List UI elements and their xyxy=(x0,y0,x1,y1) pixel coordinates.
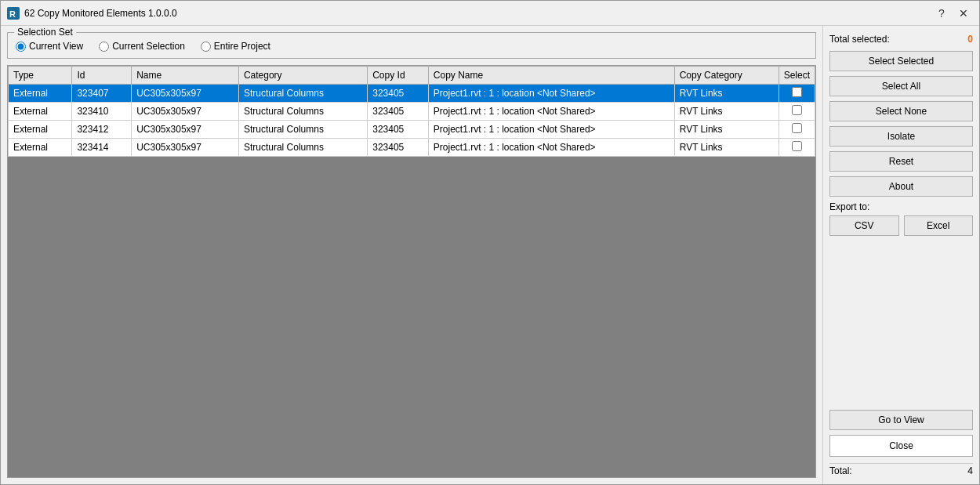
cell-copy_name: Project1.rvt : 1 : location <Not Shared> xyxy=(428,85,674,103)
cell-name: UC305x305x97 xyxy=(132,121,239,139)
window-title: 62 Copy Monitored Elements 1.0.0.0 xyxy=(24,8,932,19)
select-all-button[interactable]: Select All xyxy=(829,76,973,96)
total-label: Total: xyxy=(829,465,852,476)
reset-button[interactable]: Reset xyxy=(829,151,973,172)
cell-type: External xyxy=(9,103,72,121)
row-checkbox-3[interactable] xyxy=(792,141,802,151)
table-row[interactable]: External323412UC305x305x97Structural Col… xyxy=(9,121,815,139)
title-bar: R 62 Copy Monitored Elements 1.0.0.0 ? ✕ xyxy=(1,1,979,26)
cell-category: Structural Columns xyxy=(238,121,367,139)
radio-entire-project[interactable]: Entire Project xyxy=(201,41,270,52)
cell-id: 323414 xyxy=(72,139,132,157)
cell-copy_category: RVT Links xyxy=(674,139,779,157)
radio-current-selection[interactable]: Current Selection xyxy=(99,41,185,52)
radio-current-selection-input[interactable] xyxy=(99,42,109,52)
cell-name: UC305x305x97 xyxy=(132,103,239,121)
export-buttons: CSV Excel xyxy=(829,215,973,236)
go-to-view-button[interactable]: Go to View xyxy=(829,410,973,430)
total-row: Total: 4 xyxy=(829,463,973,478)
col-id: Id xyxy=(72,67,132,85)
cell-id: 323407 xyxy=(72,85,132,103)
cell-type: External xyxy=(9,139,72,157)
isolate-button[interactable]: Isolate xyxy=(829,126,973,147)
col-select: Select xyxy=(779,67,815,85)
row-checkbox-0[interactable] xyxy=(792,87,802,97)
radio-current-selection-label: Current Selection xyxy=(112,41,185,52)
cell-copy_id: 323405 xyxy=(368,139,429,157)
selection-set-label: Selection Set xyxy=(14,27,76,38)
app-icon: R xyxy=(7,7,20,20)
radio-group: Current View Current Selection Entire Pr… xyxy=(16,41,808,52)
window-close-button[interactable]: ✕ xyxy=(954,4,973,23)
table-header-row: Type Id Name Category Copy Id Copy Name … xyxy=(9,67,815,85)
col-copy-name: Copy Name xyxy=(428,67,674,85)
total-selected-row: Total selected: 0 xyxy=(829,32,973,46)
table-row[interactable]: External323407UC305x305x97Structural Col… xyxy=(9,85,815,103)
cell-id: 323410 xyxy=(72,103,132,121)
cell-copy_id: 323405 xyxy=(368,121,429,139)
cell-copy_name: Project1.rvt : 1 : location <Not Shared> xyxy=(428,121,674,139)
table-row[interactable]: External323410UC305x305x97Structural Col… xyxy=(9,103,815,121)
elements-table: Type Id Name Category Copy Id Copy Name … xyxy=(8,66,815,157)
cell-id: 323412 xyxy=(72,121,132,139)
main-panel: Selection Set Current View Current Selec… xyxy=(1,26,822,484)
cell-name: UC305x305x97 xyxy=(132,139,239,157)
right-panel: Total selected: 0 Select Selected Select… xyxy=(822,26,979,484)
radio-current-view[interactable]: Current View xyxy=(16,41,83,52)
radio-entire-project-label: Entire Project xyxy=(214,41,270,52)
cell-select[interactable] xyxy=(779,139,815,157)
content-area: Selection Set Current View Current Selec… xyxy=(1,26,979,484)
row-checkbox-1[interactable] xyxy=(792,105,802,115)
export-label: Export to: xyxy=(829,201,973,212)
cell-category: Structural Columns xyxy=(238,85,367,103)
svg-text:R: R xyxy=(9,9,16,19)
title-controls: ? ✕ xyxy=(932,4,973,23)
cell-type: External xyxy=(9,121,72,139)
total-value: 4 xyxy=(967,465,973,476)
cell-copy_category: RVT Links xyxy=(674,121,779,139)
cell-copy_id: 323405 xyxy=(368,103,429,121)
total-selected-value: 0 xyxy=(967,34,973,45)
cell-name: UC305x305x97 xyxy=(132,85,239,103)
radio-current-view-input[interactable] xyxy=(16,42,26,52)
table-container[interactable]: Type Id Name Category Copy Id Copy Name … xyxy=(7,65,816,478)
cell-copy_name: Project1.rvt : 1 : location <Not Shared> xyxy=(428,139,674,157)
about-button[interactable]: About xyxy=(829,176,973,197)
row-checkbox-2[interactable] xyxy=(792,123,802,133)
cell-select[interactable] xyxy=(779,103,815,121)
export-excel-button[interactable]: Excel xyxy=(904,215,974,236)
help-button[interactable]: ? xyxy=(932,4,951,23)
cell-category: Structural Columns xyxy=(238,139,367,157)
radio-entire-project-input[interactable] xyxy=(201,42,211,52)
export-csv-button[interactable]: CSV xyxy=(829,215,899,236)
cell-copy_id: 323405 xyxy=(368,85,429,103)
table-row[interactable]: External323414UC305x305x97Structural Col… xyxy=(9,139,815,157)
col-type: Type xyxy=(9,67,72,85)
selection-set-group: Selection Set Current View Current Selec… xyxy=(7,32,816,59)
radio-current-view-label: Current View xyxy=(29,41,83,52)
select-selected-button[interactable]: Select Selected xyxy=(829,51,973,71)
cell-type: External xyxy=(9,85,72,103)
col-name: Name xyxy=(132,67,239,85)
cell-copy_category: RVT Links xyxy=(674,85,779,103)
cell-select[interactable] xyxy=(779,121,815,139)
cell-copy_name: Project1.rvt : 1 : location <Not Shared> xyxy=(428,103,674,121)
main-window: R 62 Copy Monitored Elements 1.0.0.0 ? ✕… xyxy=(0,0,980,485)
select-none-button[interactable]: Select None xyxy=(829,101,973,121)
total-selected-label: Total selected: xyxy=(829,34,890,45)
col-copy-category: Copy Category xyxy=(674,67,779,85)
cell-select[interactable] xyxy=(779,85,815,103)
col-copy-id: Copy Id xyxy=(368,67,429,85)
cell-category: Structural Columns xyxy=(238,103,367,121)
cell-copy_category: RVT Links xyxy=(674,103,779,121)
export-section: Export to: CSV Excel xyxy=(829,201,973,236)
col-category: Category xyxy=(238,67,367,85)
close-button[interactable]: Close xyxy=(829,435,973,457)
